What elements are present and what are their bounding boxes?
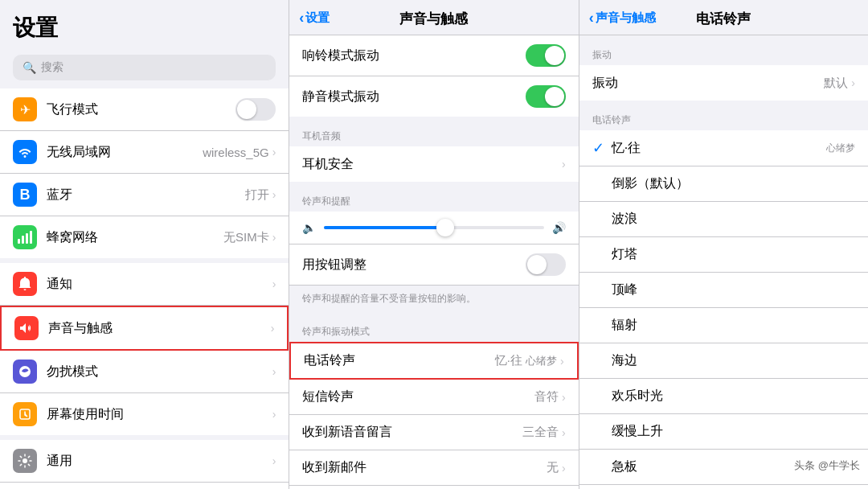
notification-chevron: › <box>272 277 276 290</box>
donotdisturb-chevron: › <box>272 365 276 378</box>
sound-title: 声音与触感 <box>399 11 468 27</box>
earphone-section-header: 耳机音频 <box>289 117 578 146</box>
send-email-item[interactable]: 发送邮件 嗖 › <box>289 486 578 489</box>
silent-vibrate-item[interactable]: 静音模式振动 <box>289 76 578 117</box>
ringtone-wave[interactable]: 波浪 <box>579 202 868 237</box>
wifi-icon <box>13 140 37 164</box>
voicemail-label: 收到新语音留言 <box>302 424 522 441</box>
volume-adjust-toggle[interactable] <box>526 253 566 276</box>
ringtone-vibrate-item[interactable]: 响铃模式振动 <box>289 35 578 76</box>
ringtone-back-label: 声音与触感 <box>596 10 656 25</box>
sound-back-btn[interactable]: ‹ 设置 <box>299 10 330 25</box>
ringtone-vibrate-toggle[interactable] <box>526 44 566 67</box>
ringtone-seaside[interactable]: 海边 <box>579 343 868 379</box>
sms-ringtone-chevron: › <box>562 391 566 404</box>
ringtone-happy-time-label: 欢乐时光 <box>612 388 855 405</box>
settings-group-3-list: 通用 › 控制中心 › <box>0 440 289 489</box>
settings-item-cellular[interactable]: 蜂窝网络 无SIM卡 › <box>0 216 289 258</box>
ringtone-reverse-default[interactable]: 倒影（默认） <box>579 166 868 202</box>
settings-item-notification[interactable]: 通知 › <box>0 263 289 306</box>
ringtone-summit[interactable]: 顶峰 <box>579 273 868 308</box>
volume-button-adjust-label: 用按钮调整 <box>302 257 525 273</box>
earphone-safety-label: 耳机安全 <box>302 156 562 173</box>
svg-rect-1 <box>22 236 24 244</box>
new-email-chevron: › <box>562 462 566 475</box>
svg-rect-0 <box>18 239 20 244</box>
screentime-label: 屏幕使用时间 <box>47 406 272 423</box>
sms-ringtone-item[interactable]: 短信铃声 音符 › <box>289 380 578 415</box>
sound-label: 声音与触感 <box>48 320 271 337</box>
phone-ringtone-item[interactable]: 电话铃声 忆·往 心绪梦 › <box>289 342 578 380</box>
vibration-item[interactable]: 振动 默认 › <box>579 65 868 101</box>
ringtone-list-header: 电话铃声 <box>579 101 868 130</box>
ringtone-back-btn[interactable]: ‹ 声音与触感 <box>589 10 656 25</box>
phone-ringtone-chevron: › <box>560 355 564 368</box>
sound-panel: ‹ 设置 声音与触感 响铃模式振动 静音模式振动 <box>289 0 579 489</box>
svg-point-5 <box>23 458 27 463</box>
volume-button-adjust-item[interactable]: 用按钮调整 <box>289 244 578 286</box>
back-chevron-icon: ‹ <box>299 10 304 25</box>
vibration-header: 振动 <box>579 35 868 65</box>
volume-slider-row[interactable]: 🔈 🔊 <box>289 212 578 244</box>
cellular-label: 蜂窝网络 <box>47 229 223 246</box>
wifi-label: 无线局域网 <box>47 144 203 161</box>
sms-ringtone-label: 短信铃声 <box>302 388 534 405</box>
vibration-value: 默认 <box>824 76 848 91</box>
screentime-chevron: › <box>272 408 276 421</box>
ringtone-waveform: 心绪梦 <box>826 142 855 155</box>
ringtone-back-chevron-icon: ‹ <box>589 10 594 25</box>
sound-icon <box>14 316 39 340</box>
settings-item-bluetooth[interactable]: B 蓝牙 打开 › <box>0 174 289 216</box>
ringtone-current-name: 忆·往 <box>612 140 826 157</box>
ringtone-summit-label: 顶峰 <box>612 281 855 298</box>
silent-vibrate-toggle[interactable] <box>526 85 566 108</box>
general-label: 通用 <box>47 453 272 470</box>
cellular-value: 无SIM卡 <box>223 230 269 245</box>
earphone-chevron: › <box>562 158 566 171</box>
sound-content: 响铃模式振动 静音模式振动 耳机音频 耳机安全 › 铃声和提醒 <box>289 35 578 489</box>
settings-item-control[interactable]: 控制中心 › <box>0 483 289 489</box>
settings-group-2: 通知 › 声音与触感 › <box>0 263 289 435</box>
phone-ringtone-value: 忆·往 <box>495 353 522 368</box>
ringtone-green-tea[interactable]: 煎茶 <box>579 485 868 489</box>
wifi-value: wireless_5G <box>203 146 269 159</box>
volume-note-text: 铃声和提醒的音量不受音量按钮的影响。 <box>302 292 476 306</box>
airplane-toggle[interactable] <box>235 98 276 121</box>
settings-item-screentime[interactable]: 屏幕使用时间 › <box>0 393 289 435</box>
wifi-chevron: › <box>272 146 276 158</box>
sound-vibrate-group: 响铃模式振动 静音模式振动 <box>289 35 578 117</box>
bluetooth-chevron: › <box>272 188 276 201</box>
settings-item-general[interactable]: 通用 › <box>0 440 289 483</box>
settings-group-1-list: ✈ 飞行模式 无线局域网 wireless_5G › <box>0 88 289 258</box>
silent-vibrate-label: 静音模式振动 <box>302 88 525 105</box>
screentime-icon <box>13 402 37 426</box>
new-email-item[interactable]: 收到新邮件 无 › <box>289 450 578 486</box>
settings-item-wifi[interactable]: 无线局域网 wireless_5G › <box>0 131 289 174</box>
ringtone-vibrate-label: 响铃模式振动 <box>302 47 525 64</box>
ringtone-current-item[interactable]: ✓ 忆·往 心绪梦 <box>579 130 868 166</box>
volume-track[interactable] <box>324 226 543 229</box>
settings-item-airplane[interactable]: ✈ 飞行模式 <box>0 88 289 131</box>
cellular-chevron: › <box>272 231 276 244</box>
airplane-label: 飞行模式 <box>47 101 235 118</box>
earphone-safety-item[interactable]: 耳机安全 › <box>289 146 578 182</box>
volume-thumb[interactable] <box>436 219 454 236</box>
settings-title: 设置 <box>0 0 289 50</box>
settings-item-donotdisturb[interactable]: 勿扰模式 › <box>0 351 289 393</box>
ringtone-mode-header: 铃声和振动模式 <box>289 312 578 342</box>
search-bar[interactable]: 🔍 搜索 <box>13 55 276 80</box>
settings-group-3: 通用 › 控制中心 › <box>0 440 289 489</box>
vibration-label: 振动 <box>592 75 825 92</box>
sound-panel-header: ‹ 设置 声音与触感 <box>289 0 578 35</box>
volume-fill <box>324 226 444 229</box>
ringtone-lighthouse[interactable]: 灯塔 <box>579 237 868 273</box>
settings-item-sound[interactable]: 声音与触感 › <box>0 306 289 351</box>
ringtone-slow-rise[interactable]: 缓慢上升 <box>579 414 868 450</box>
ringtone-check-icon: ✓ <box>592 139 612 157</box>
voicemail-item[interactable]: 收到新语音留言 三全音 › <box>289 415 578 450</box>
notification-icon <box>13 272 37 296</box>
ringtone-happy-time[interactable]: 欢乐时光 <box>579 379 868 414</box>
ringtone-radiation[interactable]: 辐射 <box>579 308 868 343</box>
settings-group-2-list: 通知 › 声音与触感 › <box>0 263 289 435</box>
vibration-list: 振动 默认 › <box>579 65 868 101</box>
